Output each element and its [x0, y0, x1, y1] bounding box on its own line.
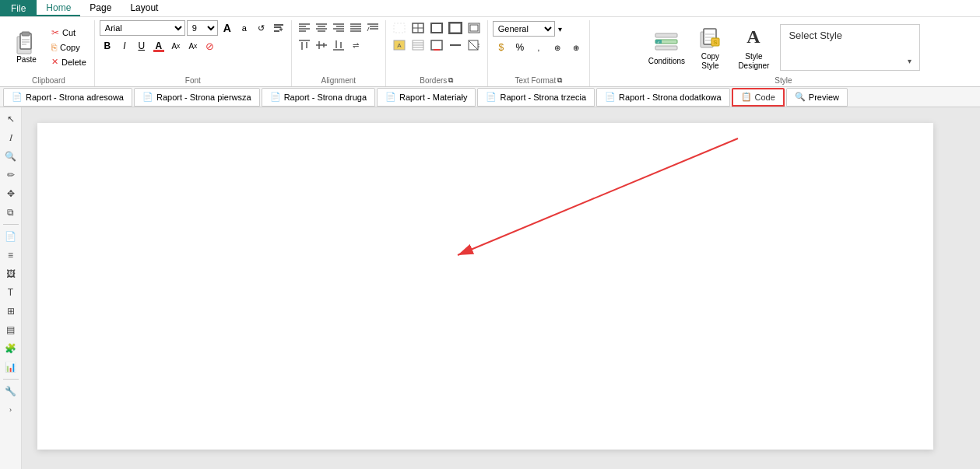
align-center-button[interactable]: [314, 20, 329, 36]
style-designer-icon: A: [739, 24, 767, 52]
border-dropdown-button[interactable]: [465, 37, 483, 53]
tool-component[interactable]: 🧩: [2, 340, 20, 357]
currency-button[interactable]: $: [493, 40, 510, 55]
tool-puzzle[interactable]: ⧉: [2, 204, 20, 221]
tool-table[interactable]: ⊞: [2, 303, 20, 320]
tab-raport-materialy[interactable]: 📄 Raport - Materiały: [377, 88, 476, 107]
svg-rect-61: [655, 46, 677, 50]
svg-text:A: A: [747, 26, 761, 47]
tab-label-dodatkowa: Raport - Strona dodatkowa: [619, 93, 721, 102]
valign-middle-button[interactable]: [314, 37, 329, 53]
bold-button[interactable]: B: [100, 38, 115, 54]
align-buttons: ⇌: [297, 20, 381, 53]
italic-button[interactable]: I: [117, 38, 132, 54]
layout-menu[interactable]: Layout: [121, 0, 167, 16]
tool-zoom[interactable]: 🔍: [2, 148, 20, 165]
page-menu[interactable]: Page: [80, 0, 121, 16]
tool-pencil[interactable]: ✏: [2, 166, 20, 184]
tool-textbox[interactable]: T: [2, 284, 20, 301]
tab-preview[interactable]: 🔍 Preview: [786, 88, 848, 107]
border-none-button[interactable]: [391, 20, 408, 36]
text-direction-button[interactable]: ⇌: [348, 37, 364, 53]
text-format-expand-icon[interactable]: ⧉: [557, 76, 562, 85]
border-outer-button[interactable]: [428, 20, 445, 36]
fill-color-button[interactable]: A: [391, 37, 408, 53]
decrease-decimal-button[interactable]: ⊛: [549, 40, 566, 55]
tab-icon-adresowa: 📄: [12, 92, 23, 102]
copy-button[interactable]: ⎘ Copy: [48, 40, 90, 54]
border-all-button[interactable]: [409, 20, 427, 36]
clear-format-button[interactable]: ⊘: [202, 38, 218, 54]
conditions-button[interactable]: ✓ Conditions: [646, 26, 687, 69]
fill-pattern-button[interactable]: [409, 37, 427, 53]
tool-cursor[interactable]: ↖: [2, 110, 20, 128]
home-menu[interactable]: Home: [37, 0, 80, 16]
tool-expand[interactable]: ›: [2, 401, 20, 418]
clipboard-group: Paste ✂ Cut ⎘ Copy ✕ Delete: [3, 20, 95, 86]
border-style-button[interactable]: [447, 37, 464, 53]
font-color-button[interactable]: A: [151, 38, 167, 54]
tool-doc[interactable]: 📄: [2, 228, 20, 245]
underline-button[interactable]: U: [134, 38, 149, 54]
align-row-2: ⇌: [297, 37, 381, 53]
tab-code[interactable]: 📋 Code: [732, 88, 785, 107]
percent-button[interactable]: %: [511, 40, 529, 55]
delete-icon: ✕: [51, 57, 58, 67]
indent-button[interactable]: [365, 20, 381, 36]
increase-decimal-button[interactable]: ⊕: [567, 40, 585, 55]
border-dbl-button[interactable]: [465, 20, 483, 36]
text-format-row-1: General ▾: [493, 20, 564, 37]
svg-rect-7: [274, 26, 281, 28]
tab-icon-preview: 🔍: [795, 92, 806, 102]
svg-rect-45: [470, 25, 478, 31]
align-right-button[interactable]: [331, 20, 346, 36]
font-family-select[interactable]: Arial: [100, 20, 185, 36]
tab-label-druga: Raport - Strona druga: [284, 93, 367, 102]
rotate-button[interactable]: ↺: [254, 20, 269, 36]
subscript-button[interactable]: Ax: [185, 38, 201, 54]
paste-button[interactable]: Paste: [8, 27, 45, 67]
tab-raport-dodatkowa[interactable]: 📄 Raport - Strona dodatkowa: [596, 88, 729, 107]
tool-chart[interactable]: 📊: [2, 359, 20, 376]
border-thick-button[interactable]: [447, 20, 464, 36]
delete-button[interactable]: ✕ Delete: [48, 55, 90, 68]
tool-list[interactable]: ≡: [2, 247, 20, 264]
font-size-select[interactable]: 9: [187, 20, 218, 36]
tab-raport-trzecia[interactable]: 📄 Raport - Strona trzecia: [477, 88, 595, 107]
tab-raport-pierwsza[interactable]: 📄 Raport - Strona pierwsza: [134, 88, 260, 107]
valign-bottom-button[interactable]: [331, 37, 346, 53]
tab-label-adresowa: Raport - Strona adresowa: [26, 93, 124, 102]
text-format-select[interactable]: General: [493, 21, 555, 37]
borders-expand-icon[interactable]: ⧉: [448, 76, 453, 85]
tab-raport-druga[interactable]: 📄 Raport - Strona druga: [262, 88, 375, 107]
tab-raport-adresowa[interactable]: 📄 Raport - Strona adresowa: [3, 88, 132, 107]
align-left-button[interactable]: [297, 20, 312, 36]
tool-text-cursor[interactable]: 𝐼: [2, 129, 20, 146]
superscript-button[interactable]: Ax: [168, 38, 184, 54]
file-menu[interactable]: File: [0, 0, 37, 16]
svg-rect-52: [431, 40, 442, 50]
grow-font-button[interactable]: A: [220, 20, 235, 36]
text-format-dropdown-icon[interactable]: ▾: [557, 23, 564, 35]
left-toolbar: ↖ 𝐼 🔍 ✏ ✥ ⧉ 📄 ≡ 🖼 T ⊞ ▤ 🧩 📊 🔧 ›: [0, 107, 22, 469]
tool-layout[interactable]: ▤: [2, 321, 20, 338]
shrink-font-button[interactable]: a: [237, 20, 252, 36]
wrap-button[interactable]: [271, 20, 286, 36]
tab-icon-dodatkowa: 📄: [605, 92, 616, 102]
align-justify-button[interactable]: [348, 20, 364, 36]
tool-image[interactable]: 🖼: [2, 265, 20, 282]
tab-label-trzecia: Raport - Strona trzecia: [500, 93, 586, 102]
tool-wrench[interactable]: 🔧: [2, 383, 20, 400]
select-style-dropdown-icon[interactable]: ▾: [908, 57, 912, 65]
borders-group: A: [386, 20, 488, 86]
valign-top-button[interactable]: [297, 37, 312, 53]
cut-button[interactable]: ✂ Cut: [48, 26, 90, 40]
tool-move[interactable]: ✥: [2, 185, 20, 202]
svg-rect-8: [274, 30, 279, 32]
style-designer-button[interactable]: A Style Designer: [733, 21, 774, 74]
select-style-button[interactable]: Select Style ▾: [780, 24, 920, 71]
comma-button[interactable]: ,: [530, 40, 547, 55]
border-color-button[interactable]: [428, 37, 445, 53]
copy-style-button[interactable]: S Copy Style: [690, 21, 730, 74]
svg-text:✓: ✓: [657, 40, 660, 44]
